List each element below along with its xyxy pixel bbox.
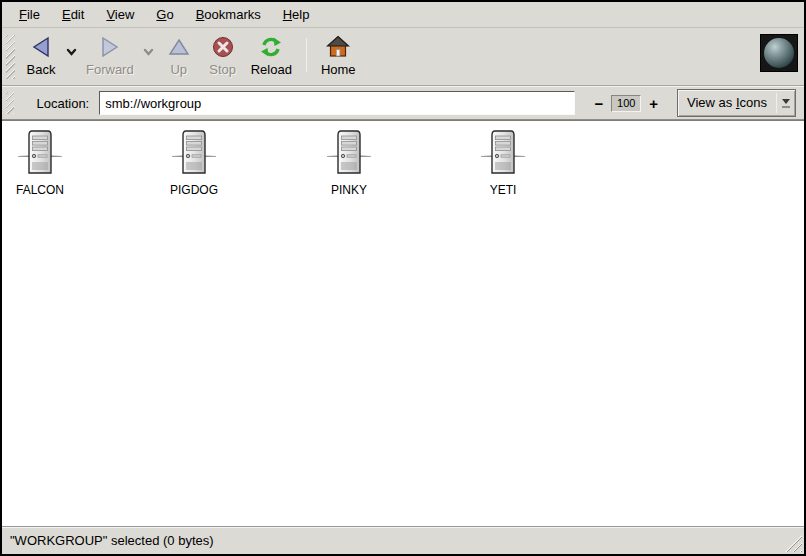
toolbar-drag-handle[interactable] <box>6 35 15 79</box>
up-button[interactable]: Up <box>157 32 201 79</box>
locationbar-drag-handle[interactable] <box>6 92 14 114</box>
menu-go[interactable]: Go <box>145 3 184 26</box>
toolbar: Back Forward Up <box>2 28 804 86</box>
home-label: Home <box>321 62 356 77</box>
menu-file[interactable]: File <box>8 3 51 26</box>
zoom-level-indicator[interactable]: 100 <box>611 95 641 112</box>
zoom-out-button[interactable]: − <box>589 96 608 111</box>
server-icon <box>327 129 371 180</box>
status-bar: "WORKGROUP" selected (0 bytes) <box>2 526 804 554</box>
file-manager-window: File Edit View Go Bookmarks Help Back Fo… <box>0 0 806 556</box>
location-input[interactable] <box>99 91 575 115</box>
home-icon <box>325 34 351 60</box>
stop-button[interactable]: Stop <box>201 32 245 79</box>
menu-edit[interactable]: Edit <box>51 3 95 26</box>
menu-view[interactable]: View <box>95 3 145 26</box>
icon-view[interactable]: FALCON <box>2 120 804 526</box>
server-label: PIGDOG <box>170 183 218 197</box>
forward-history-dropdown[interactable] <box>140 48 157 56</box>
stop-icon <box>210 34 236 60</box>
up-icon <box>166 34 192 60</box>
menu-help[interactable]: Help <box>272 3 321 26</box>
forward-icon <box>97 34 123 60</box>
location-label: Location: <box>36 96 89 111</box>
list-item-yeti[interactable]: YETI <box>465 129 541 197</box>
forward-button[interactable]: Forward <box>80 32 140 79</box>
stop-label: Stop <box>209 62 236 77</box>
server-label: PINKY <box>331 183 367 197</box>
location-bar: Location: − 100 + View as Icons <box>2 86 804 120</box>
list-item-falcon[interactable]: FALCON <box>2 129 78 197</box>
menu-bookmarks[interactable]: Bookmarks <box>185 3 272 26</box>
list-item-pinky[interactable]: PINKY <box>311 129 387 197</box>
server-icon <box>172 129 216 180</box>
home-button[interactable]: Home <box>315 32 362 79</box>
view-as-label: View as Icons <box>678 90 776 116</box>
up-label: Up <box>170 62 187 77</box>
view-as-dropdown[interactable]: View as Icons <box>677 89 796 117</box>
throbber-globe-icon <box>764 38 794 68</box>
zoom-control: − 100 + <box>589 95 663 112</box>
back-icon <box>28 34 54 60</box>
server-label: FALCON <box>16 183 64 197</box>
server-icon <box>481 129 525 180</box>
back-history-dropdown[interactable] <box>63 48 80 56</box>
menubar: File Edit View Go Bookmarks Help <box>2 2 804 28</box>
back-button[interactable]: Back <box>19 32 63 79</box>
resize-grip[interactable] <box>785 535 802 552</box>
reload-icon <box>258 34 284 60</box>
chevron-down-icon <box>777 90 795 116</box>
forward-label: Forward <box>86 62 134 77</box>
toolbar-separator <box>306 38 307 72</box>
throbber <box>760 34 798 72</box>
reload-label: Reload <box>251 62 292 77</box>
zoom-in-button[interactable]: + <box>644 96 663 111</box>
status-text: "WORKGROUP" selected (0 bytes) <box>10 533 214 548</box>
list-item-pigdog[interactable]: PIGDOG <box>156 129 232 197</box>
reload-button[interactable]: Reload <box>245 32 298 79</box>
server-label: YETI <box>490 183 517 197</box>
back-label: Back <box>27 62 56 77</box>
server-icon <box>18 129 62 180</box>
